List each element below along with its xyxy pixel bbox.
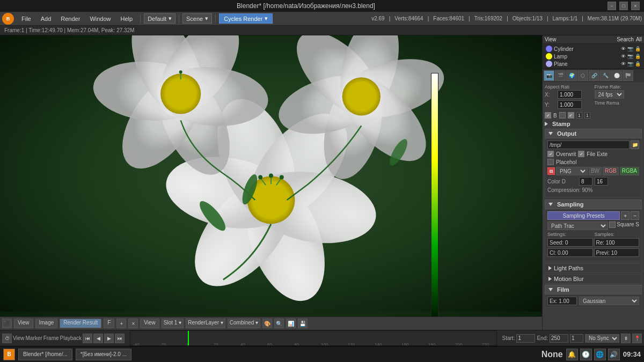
timeline-frame-menu[interactable]: Frame xyxy=(43,335,59,341)
color-depth2-input[interactable] xyxy=(595,177,608,186)
add-icon[interactable]: + xyxy=(116,319,126,328)
render-layer-select[interactable]: RenderLayer ▾ xyxy=(186,319,225,328)
render-result-btn[interactable]: Render Result xyxy=(60,319,101,328)
rgba-btn[interactable]: RGBA xyxy=(620,167,639,175)
menu-window[interactable]: Window xyxy=(85,14,115,23)
plane-render-icon[interactable]: 📷 xyxy=(627,61,633,67)
exposure-input[interactable] xyxy=(547,297,577,305)
sync-select[interactable]: No Sync xyxy=(585,334,619,343)
add-preset-button[interactable]: + xyxy=(621,211,630,220)
view-menu-btn[interactable]: View xyxy=(14,319,33,328)
render-tab-texture[interactable]: 🏁 xyxy=(623,70,633,81)
f-btn[interactable]: F xyxy=(104,319,114,328)
outliner-item-cylinder[interactable]: Cylinder 👁 📷 🔒 xyxy=(544,45,643,53)
plane-lock-icon[interactable]: 🔒 xyxy=(635,61,641,67)
menu-file[interactable]: File xyxy=(17,14,35,23)
render-tab-camera[interactable]: 📷 xyxy=(544,70,554,81)
cylinder-eye-icon[interactable]: 👁 xyxy=(621,46,626,51)
stamp-section[interactable]: Stamp xyxy=(545,121,642,127)
combined-select[interactable]: Combined ▾ xyxy=(228,319,260,328)
outliner-item-plane[interactable]: Plane 👁 📷 🔒 xyxy=(544,60,643,68)
render-tab-object[interactable]: ⬡ xyxy=(577,70,588,81)
close-button[interactable]: × xyxy=(631,2,640,10)
timeline-playhead[interactable] xyxy=(188,331,189,346)
jump-start-button[interactable]: ⏮ xyxy=(83,334,92,343)
network-icon[interactable]: 🌐 xyxy=(594,349,606,360)
aspect-x-input[interactable] xyxy=(558,90,582,99)
render-tab-scene[interactable]: 🎬 xyxy=(555,70,566,81)
color-depth-input[interactable] xyxy=(579,177,592,186)
timeline-icon-btn2[interactable]: 📍 xyxy=(632,334,642,343)
start-frame-input[interactable] xyxy=(516,334,535,343)
file-ext-checkbox[interactable] xyxy=(578,151,584,157)
timeline-editor-icon[interactable]: ⏱ xyxy=(2,334,12,343)
timeline-view-menu[interactable]: View xyxy=(13,335,25,341)
folder-browse-button[interactable]: 📁 xyxy=(631,141,639,149)
format-select[interactable]: PNG xyxy=(556,167,588,175)
c1-checkbox[interactable] xyxy=(559,112,566,119)
rgb-btn[interactable]: RGB xyxy=(603,167,619,175)
minimize-button[interactable]: − xyxy=(608,2,616,10)
film-header[interactable]: Film xyxy=(545,285,642,294)
light-paths-header[interactable]: Light Paths xyxy=(545,263,642,273)
motion-blur-header[interactable]: Motion Blur xyxy=(545,274,642,284)
render-viewport[interactable] xyxy=(0,35,542,316)
blender-taskbar-icon[interactable]: B xyxy=(3,349,15,360)
timeline-marker-menu[interactable]: Marker xyxy=(26,335,42,341)
zoom-icon[interactable]: 🔍 xyxy=(274,319,284,328)
maximize-button[interactable]: □ xyxy=(619,2,628,10)
play-forward-button[interactable]: ▶ xyxy=(104,334,114,343)
outliner-item-lamp[interactable]: Lamp 👁 📷 🔒 xyxy=(544,53,643,60)
search-btn[interactable]: Search xyxy=(617,36,634,42)
engine-selector[interactable]: Cycles Render ▾ xyxy=(219,13,273,24)
re-input[interactable] xyxy=(594,238,640,247)
sampling-presets-button[interactable]: Sampling Presets xyxy=(547,211,620,220)
timeline-icon-btn1[interactable]: ⏸ xyxy=(621,334,631,343)
output-header[interactable]: Output xyxy=(545,129,642,138)
jump-end-button[interactable]: ⏭ xyxy=(115,334,125,343)
timeline-ruler[interactable]: -40 -20 0 20 40 60 80 100 120 140 160 18… xyxy=(130,330,496,346)
menu-help[interactable]: Help xyxy=(116,14,137,23)
render-tab-material[interactable]: ⚪ xyxy=(611,70,622,81)
overwrite-checkbox[interactable] xyxy=(547,151,554,157)
second-window-btn[interactable]: *[Без имени]-2.0 ... xyxy=(76,349,131,360)
timeline-playback-menu[interactable]: Playback xyxy=(60,335,82,341)
render-tab-constraint[interactable]: 🔗 xyxy=(589,70,599,81)
workspace-selector[interactable]: Default ▾ xyxy=(144,13,175,24)
color-picker-icon[interactable]: 🎨 xyxy=(262,319,272,328)
sampling-header[interactable]: Sampling xyxy=(545,200,642,209)
previ-input[interactable] xyxy=(594,248,640,257)
editor-type-icon[interactable]: ⬛ xyxy=(2,319,12,328)
notification-icon[interactable]: 🔔 xyxy=(566,349,578,360)
framerate-select[interactable]: 24 fps xyxy=(595,90,624,99)
placeholder-checkbox[interactable] xyxy=(547,159,554,165)
slot-select[interactable]: Slot 1 ▾ xyxy=(162,319,184,328)
lamp-eye-icon[interactable]: 👁 xyxy=(621,54,626,59)
view-btn[interactable]: View xyxy=(545,36,557,42)
aspect-y-input[interactable] xyxy=(558,100,582,109)
scene-selector[interactable]: Scene ▾ xyxy=(182,13,212,24)
save-icon[interactable]: 💾 xyxy=(298,319,308,328)
path-tracer-select[interactable]: Path Trac xyxy=(547,221,608,230)
remove-icon[interactable]: × xyxy=(128,319,138,328)
blender-window-btn[interactable]: Blender* [/home/... xyxy=(18,349,72,360)
end-frame-input[interactable] xyxy=(550,334,568,343)
image-menu-btn[interactable]: Image xyxy=(35,319,58,328)
cylinder-lock-icon[interactable]: 🔒 xyxy=(635,46,641,51)
cl-input[interactable] xyxy=(547,248,593,257)
seed-input[interactable] xyxy=(547,238,593,247)
b-checkbox[interactable] xyxy=(545,112,551,119)
cylinder-render-icon[interactable]: 📷 xyxy=(627,46,633,51)
gaussian-select[interactable]: Gaussian xyxy=(579,297,639,305)
plane-eye-icon[interactable]: 👁 xyxy=(621,61,626,67)
output-path-input[interactable] xyxy=(547,141,630,149)
volume-icon[interactable]: 🔊 xyxy=(608,349,620,360)
bw-btn[interactable]: BW xyxy=(589,167,602,175)
c2-checkbox[interactable] xyxy=(568,112,574,119)
menu-add[interactable]: Add xyxy=(36,14,56,23)
render-tab-world[interactable]: 🌍 xyxy=(566,70,577,81)
lamp-lock-icon[interactable]: 🔒 xyxy=(635,54,641,59)
current-frame-input[interactable] xyxy=(570,334,583,343)
all-btn[interactable]: All xyxy=(636,36,642,42)
lamp-render-icon[interactable]: 📷 xyxy=(627,54,633,59)
